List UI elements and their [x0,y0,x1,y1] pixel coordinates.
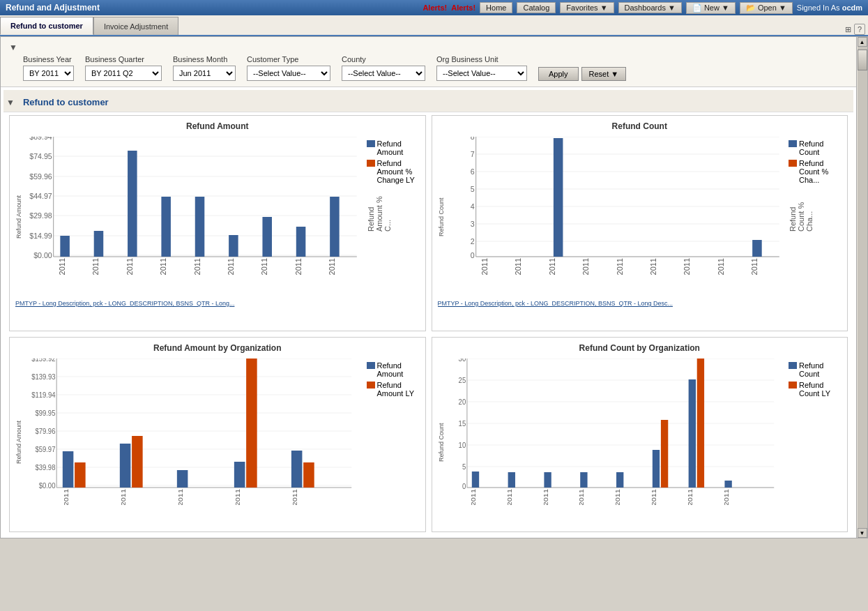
refund-amount-svg: $89.94 $74.95 $59.96 $44.97 $29.98 $14.9… [26,137,364,276]
svg-rect-19 [161,197,171,257]
customer-type-select[interactable]: --Select Value-- [247,66,330,81]
svg-text:SuperData East 'POINTS' Paymen: SuperData East 'POINTS' Payment Channel … [234,489,241,505]
business-quarter-label: Business Quarter [85,55,162,63]
svg-text:6: 6 [470,167,474,176]
svg-text:$0.00: $0.00 [39,481,56,490]
refund-count-y-axis: Refund Count [438,137,449,297]
favorites-button[interactable]: Favorites ▼ [560,2,614,13]
svg-text:SuperData East OTHR Payment BY: SuperData East OTHR Payment BY Q2 Jun 20… [542,489,549,505]
svg-text:$59.96: $59.96 [29,172,52,181]
business-quarter-select[interactable]: BY 2011 Q2 [85,66,162,81]
tab-bar: Refund to customer Invoice Adjustment ⊞ … [0,15,868,36]
open-button[interactable]: 📂 Open ▼ [740,2,793,14]
vertical-scrollbar[interactable]: ▲ ▼ [856,37,867,538]
svg-rect-117 [660,420,667,488]
charts-row-2: Refund Amount by Organization Refund Amo… [3,334,853,535]
svg-text:$74.95: $74.95 [29,152,52,160]
svg-rect-86 [234,462,245,488]
svg-text:SuperData East DD Payment BY Q: SuperData East DD Payment BY Q2 Jun 2011 [505,489,512,505]
svg-text:OTHR PAY BY Q2 Jun 2011: OTHR PAY BY Q2 Jun 2011 [193,258,201,276]
help-icon[interactable]: ? [854,24,865,35]
svg-text:SuperData East 'DD' Payment Ch: SuperData East 'DD' Payment Channel BY 2… [119,489,126,505]
filter-section: ▼ Business Year BY 2011 Business Quarter… [1,37,856,87]
customer-type-group: Customer Type --Select Value-- [247,55,330,81]
svg-rect-114 [580,472,587,488]
svg-rect-83 [120,444,131,488]
alerts-button[interactable]: Alerts! [422,3,447,12]
svg-text:5: 5 [470,185,474,193]
refund-amount-footer[interactable]: PMTYP - Long Description, pck - LONG_DES… [15,300,420,307]
home-button[interactable]: Home [480,2,512,13]
section-collapse-button[interactable]: ▼ [6,98,15,107]
refund-count-chart: Refund Count Refund Count [432,115,848,331]
refund-count-footer[interactable]: PMTYP - Long Description, pck - LONG_DES… [438,300,842,307]
business-month-select[interactable]: Jun 2011 [173,66,236,81]
svg-text:8: 8 [470,137,474,141]
filter-collapse-button[interactable]: ▼ [9,43,17,52]
business-quarter-group: Business Quarter BY 2011 Q2 [85,55,162,81]
county-select[interactable]: --Select Value-- [342,66,425,81]
svg-text:7: 7 [470,150,474,158]
svg-text:30: 30 [458,359,466,363]
svg-text:POINTS Payment Channel Q2 Jun : POINTS Payment Channel Q2 Jun 2011 [227,258,235,276]
svg-text:SuperData East 'OTHR' Payment : SuperData East 'OTHR' Payment Channel BY… [176,489,183,505]
reset-button[interactable]: Reset ▼ [581,67,627,81]
business-year-group: Business Year BY 2011 [23,55,74,81]
refund-count-org-title: Refund Count by Organization [438,343,842,353]
svg-text:SuperData East POINTS PAY BY Q: SuperData East POINTS PAY BY Q2 Jun 2011 [650,489,657,505]
business-month-group: Business Month Jun 2011 [173,55,236,81]
svg-rect-118 [688,379,695,488]
svg-rect-17 [94,231,104,257]
business-month-label: Business Month [173,55,236,63]
refund-amount-org-chart: Refund Amount by Organization Refund Amo… [9,337,426,532]
svg-text:4: 4 [470,202,474,211]
scroll-thumb[interactable] [858,50,867,70]
svg-text:OTHR Payment Channel Q2 Jun 20: OTHR Payment Channel Q2 Jun 2011 [581,258,590,276]
refund-count-org-y-axis: Refund Count [438,359,449,526]
svg-text:CASH Payment Channel Q2 Jun 20: CASH Payment Channel Q2 Jun 2011 [92,258,100,276]
scroll-track[interactable] [858,47,867,528]
refund-amount-org-svg: $159.92 $139.93 $119.94 $99.95 $79.96 $5… [26,359,364,505]
org-business-unit-label: Org Business Unit [436,55,527,63]
svg-text:POINTS PAY BY Q2 Jun 2011: POINTS PAY BY Q2 Jun 2011 [260,258,268,276]
business-year-label: Business Year [23,55,74,63]
svg-text:$29.98: $29.98 [29,211,52,220]
svg-text:$14.99: $14.99 [29,232,52,240]
new-button[interactable]: 📄 New ▼ [686,2,736,14]
svg-text:$139.93: $139.93 [31,372,56,381]
refund-count-title: Refund Count [438,121,842,131]
catalog-button[interactable]: Catalog [517,2,556,13]
svg-text:20: 20 [458,398,466,406]
svg-rect-23 [296,227,306,257]
tab-invoice-adjustment[interactable]: Invoice Adjustment [93,17,178,35]
county-label: County [342,55,425,63]
tab-bar-icons: ⊞ ? [845,24,868,35]
svg-text:DD Payment Channel Q2 Jun 2011: DD Payment Channel Q2 Jun 2011 [125,258,134,276]
svg-rect-24 [330,197,340,257]
svg-text:CASH Payment Channel Q2 Jun 20: CASH Payment Channel Q2 Jun 2011 [514,258,522,276]
svg-text:$159.92: $159.92 [31,359,56,363]
apply-button[interactable]: Apply [538,67,579,81]
svg-text:OTHR PAY BY Q2 Jun 2011: OTHR PAY BY Q2 Jun 2011 [615,258,623,276]
svg-text:PSTORDR Payment Q2 Jun 2011: PSTORDR Payment Q2 Jun 2011 [716,258,724,276]
dashboards-button[interactable]: Dashboards ▼ [618,2,682,13]
section-title: Refund to customer [17,93,114,112]
refund-amount-org-legend: Refund Amount Refund Amount LY [364,359,420,526]
svg-rect-84 [132,436,143,488]
scroll-down-arrow[interactable]: ▼ [858,528,867,538]
refund-amount-chart: Refund Amount Refund Amount [9,115,426,331]
alerts-label[interactable]: Alerts! [451,3,475,12]
tab-refund-to-customer[interactable]: Refund to customer [0,17,93,35]
svg-text:SuperData East PSTORDR PAY BY : SuperData East PSTORDR PAY BY 2011 Q2 Ju… [686,489,693,505]
svg-rect-20 [195,197,205,257]
org-business-unit-select[interactable]: --Select Value-- [436,66,527,81]
svg-text:SuperData East 'BNK' Payment C: SuperData East 'BNK' Payment Channel BY … [62,489,69,505]
app-title: Refund and Adjustment [6,3,100,13]
scroll-up-arrow[interactable]: ▲ [858,37,867,47]
business-year-select[interactable]: BY 2011 [23,66,74,81]
svg-rect-21 [229,235,238,257]
personalize-icon[interactable]: ⊞ [845,25,851,34]
svg-rect-85 [177,470,188,488]
svg-text:5: 5 [462,462,466,471]
svg-text:SuperData East 'PSTORDR' Payme: SuperData East 'PSTORDR' Payment Channel… [291,489,298,505]
